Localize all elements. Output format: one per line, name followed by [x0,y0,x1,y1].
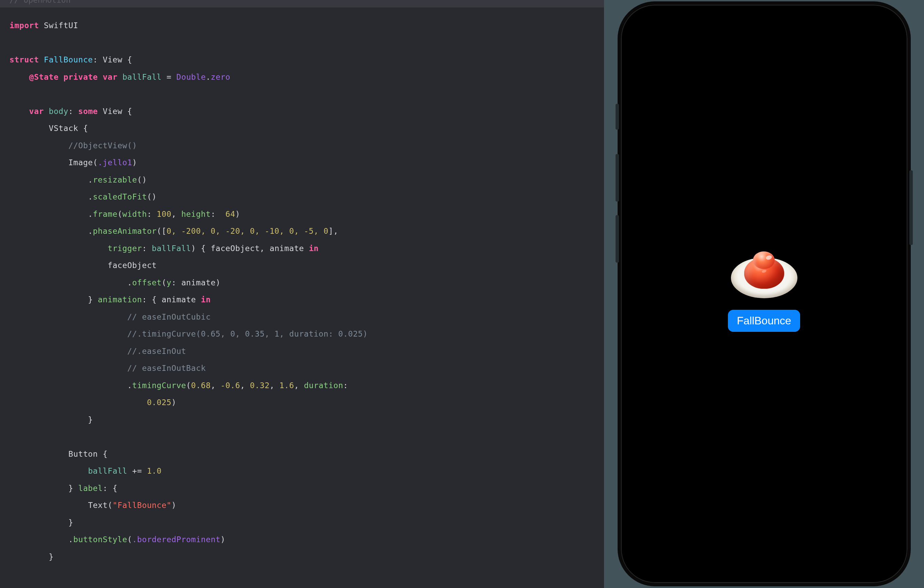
call-button: Button [69,449,98,458]
style-bordered: .borderedProminent [132,535,221,544]
lbl-duration: duration [304,381,343,390]
editor-tab-bar: // OpenMotion [0,0,604,7]
type-double: Double [177,72,206,81]
op-inc: += [127,466,147,475]
kw-var2: var [29,107,44,116]
kw-some: some [78,107,98,116]
device-screen[interactable]: FallBounce [626,10,903,578]
p-faceobject: faceObject [211,244,260,253]
cmt-easeback: // easeInOutBack [127,363,206,372]
lbl-label: label [78,484,102,492]
tc4: 1.6 [279,381,294,390]
device-mute-switch [615,104,619,130]
device-volume-up [615,154,619,201]
fn-scaledtofit: scaledToFit [93,192,147,201]
lbl-width: width [122,209,147,219]
val-duration: 0.025 [147,398,172,407]
cmt-easeinout: //.easeInOut [127,346,186,356]
proto-view: View [103,55,122,64]
prop-zero: zero [211,72,230,81]
call-image: Image [69,158,93,167]
var-trigger: ballFall [152,244,191,253]
lbl-trigger: trigger [107,244,142,253]
device-power-button [909,170,913,245]
fallbounce-button[interactable]: FallBounce [728,310,800,332]
kw-in1: in [309,244,318,253]
arg-animate: animate [181,278,216,287]
var-ballfall: ballFall [122,72,162,81]
ann-state: @State [29,72,59,81]
var-ballfall2: ballFall [88,466,127,475]
kw-in2: in [201,295,211,304]
jello-image [730,256,798,300]
fn-offset: offset [132,278,162,287]
val-inc: 1.0 [147,466,162,475]
p-animate2: animate [162,295,196,304]
fn-phaseanimator: phaseAnimator [93,226,157,236]
op-eq: = [162,72,176,81]
fn-resizable: resizable [93,175,137,184]
fn-buttonstyle: buttonStyle [73,535,127,544]
lbl-height: height [181,209,211,219]
val-width: 100 [157,209,172,219]
tc3: 0.32 [250,381,270,390]
call-text: Text [88,501,107,510]
id-faceobject: faceObject [107,260,157,270]
phase-seq: 0, -200, 0, -20, 0, -10, 0, -5, 0 [167,226,328,236]
tc2: -0.6 [221,381,240,390]
cmt-easecubic: // easeInOutCubic [127,312,211,321]
tc1: 0.68 [191,381,211,390]
code-text[interactable]: import SwiftUI struct FallBounce: View {… [0,7,604,565]
kw-var1: var [103,72,117,81]
jello-plate [731,257,797,298]
device-frame: FallBounce [617,2,911,586]
lbl-y: y [167,278,172,287]
type-fallbounce: FallBounce [44,55,93,64]
p-animate: animate [269,244,304,253]
jello-body [744,257,784,289]
kw-import: import [10,21,39,30]
var-body: body [49,107,69,116]
str-fallbounce: "FallBounce" [113,501,172,510]
cmt-timing1: //.timingCurve(0.65, 0, 0.35, 1, duratio… [127,329,368,338]
code-editor[interactable]: // OpenMotion import SwiftUI struct Fall… [0,0,604,588]
lbl-animation: animation [98,295,142,304]
id-swiftui: SwiftUI [44,21,78,30]
preview-canvas[interactable]: FallBounce [604,0,924,588]
fn-frame: frame [93,209,117,219]
call-vstack: VStack [49,124,78,133]
asset-jello: .jello1 [98,158,132,167]
kw-struct: struct [10,55,39,64]
val-height: 64 [225,209,235,219]
fn-timingcurve: timingCurve [132,381,186,390]
proto-view2: View [103,107,122,116]
tab-comment: // OpenMotion [10,0,71,4]
kw-private: private [63,72,98,81]
device-volume-down [615,215,619,263]
cmt-objectview: //ObjectView() [69,141,137,150]
